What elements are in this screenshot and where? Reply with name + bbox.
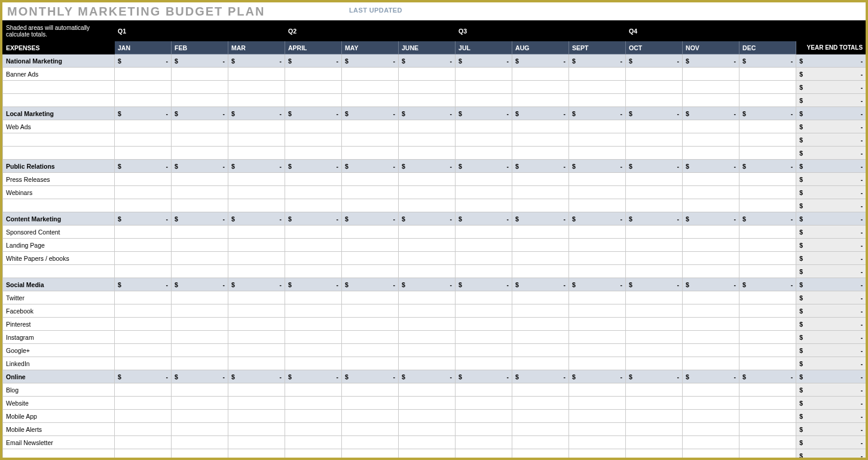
amount-cell[interactable] [456, 239, 512, 252]
amount-cell[interactable] [342, 383, 399, 397]
amount-cell[interactable] [285, 239, 342, 252]
amount-cell[interactable] [172, 383, 228, 397]
amount-cell[interactable]: $- [796, 383, 866, 397]
amount-cell[interactable]: $- [683, 278, 739, 291]
amount-cell[interactable]: $- [399, 278, 456, 291]
amount-cell[interactable] [228, 291, 285, 304]
amount-cell[interactable] [512, 94, 569, 107]
amount-cell[interactable] [228, 410, 285, 423]
amount-cell[interactable] [172, 147, 228, 160]
row-label[interactable]: Google+ [3, 344, 115, 357]
amount-cell[interactable] [569, 383, 626, 397]
amount-cell[interactable] [342, 357, 399, 370]
amount-cell[interactable] [512, 186, 569, 199]
row-label[interactable]: LinkedIn [3, 357, 115, 370]
amount-cell[interactable]: $- [796, 68, 866, 81]
amount-cell[interactable] [512, 120, 569, 133]
amount-cell[interactable]: $- [342, 160, 399, 173]
amount-cell[interactable] [399, 147, 456, 160]
amount-cell[interactable]: $- [796, 344, 866, 357]
row-label[interactable] [3, 147, 115, 160]
row-label[interactable]: Website [3, 397, 115, 410]
amount-cell[interactable]: $- [569, 370, 626, 383]
amount-cell[interactable] [569, 357, 626, 370]
amount-cell[interactable] [228, 133, 285, 147]
amount-cell[interactable] [456, 199, 512, 212]
amount-cell[interactable]: $- [569, 107, 626, 120]
amount-cell[interactable] [172, 357, 228, 370]
amount-cell[interactable]: $- [796, 133, 866, 147]
row-label[interactable]: Press Releases [3, 173, 115, 186]
amount-cell[interactable] [456, 252, 512, 265]
row-label[interactable]: Mobile App [3, 410, 115, 423]
amount-cell[interactable] [512, 397, 569, 410]
amount-cell[interactable] [512, 239, 569, 252]
amount-cell[interactable] [683, 199, 739, 212]
amount-cell[interactable] [115, 304, 172, 318]
amount-cell[interactable]: $- [626, 54, 683, 68]
amount-cell[interactable] [683, 133, 739, 147]
amount-cell[interactable] [739, 186, 796, 199]
amount-cell[interactable]: $- [683, 160, 739, 173]
amount-cell[interactable] [456, 226, 512, 239]
amount-cell[interactable] [626, 344, 683, 357]
amount-cell[interactable] [739, 226, 796, 239]
amount-cell[interactable] [228, 423, 285, 436]
amount-cell[interactable]: $- [399, 370, 456, 383]
amount-cell[interactable]: $- [796, 423, 866, 436]
amount-cell[interactable]: $- [796, 199, 866, 212]
amount-cell[interactable]: $- [796, 318, 866, 331]
row-label[interactable]: Sponsored Content [3, 226, 115, 239]
row-label[interactable] [3, 449, 115, 461]
amount-cell[interactable] [683, 291, 739, 304]
amount-cell[interactable] [342, 81, 399, 94]
amount-cell[interactable] [683, 449, 739, 461]
amount-cell[interactable] [228, 68, 285, 81]
amount-cell[interactable]: $- [399, 54, 456, 68]
amount-cell[interactable]: $- [228, 107, 285, 120]
amount-cell[interactable]: $- [285, 107, 342, 120]
amount-cell[interactable] [399, 226, 456, 239]
amount-cell[interactable]: $- [456, 160, 512, 173]
amount-cell[interactable] [739, 436, 796, 449]
amount-cell[interactable]: $- [456, 370, 512, 383]
amount-cell[interactable] [115, 133, 172, 147]
amount-cell[interactable]: $- [399, 160, 456, 173]
amount-cell[interactable] [172, 423, 228, 436]
amount-cell[interactable] [399, 291, 456, 304]
amount-cell[interactable] [228, 199, 285, 212]
amount-cell[interactable] [626, 147, 683, 160]
amount-cell[interactable] [172, 81, 228, 94]
amount-cell[interactable] [285, 68, 342, 81]
amount-cell[interactable] [228, 304, 285, 318]
amount-cell[interactable] [683, 173, 739, 186]
amount-cell[interactable] [739, 449, 796, 461]
amount-cell[interactable]: $- [739, 212, 796, 226]
amount-cell[interactable] [739, 304, 796, 318]
amount-cell[interactable]: $- [285, 212, 342, 226]
amount-cell[interactable] [626, 226, 683, 239]
amount-cell[interactable] [626, 265, 683, 278]
amount-cell[interactable]: $- [285, 278, 342, 291]
amount-cell[interactable] [342, 304, 399, 318]
amount-cell[interactable] [285, 383, 342, 397]
amount-cell[interactable]: $- [172, 54, 228, 68]
amount-cell[interactable] [739, 397, 796, 410]
amount-cell[interactable] [228, 186, 285, 199]
amount-cell[interactable] [569, 239, 626, 252]
amount-cell[interactable] [569, 291, 626, 304]
amount-cell[interactable] [569, 147, 626, 160]
amount-cell[interactable] [342, 133, 399, 147]
amount-cell[interactable] [626, 397, 683, 410]
amount-cell[interactable] [172, 133, 228, 147]
amount-cell[interactable] [626, 383, 683, 397]
amount-cell[interactable] [285, 199, 342, 212]
amount-cell[interactable] [115, 239, 172, 252]
amount-cell[interactable] [285, 410, 342, 423]
amount-cell[interactable] [626, 94, 683, 107]
amount-cell[interactable] [739, 147, 796, 160]
amount-cell[interactable]: $- [796, 397, 866, 410]
amount-cell[interactable] [739, 94, 796, 107]
amount-cell[interactable] [172, 331, 228, 344]
amount-cell[interactable] [399, 173, 456, 186]
